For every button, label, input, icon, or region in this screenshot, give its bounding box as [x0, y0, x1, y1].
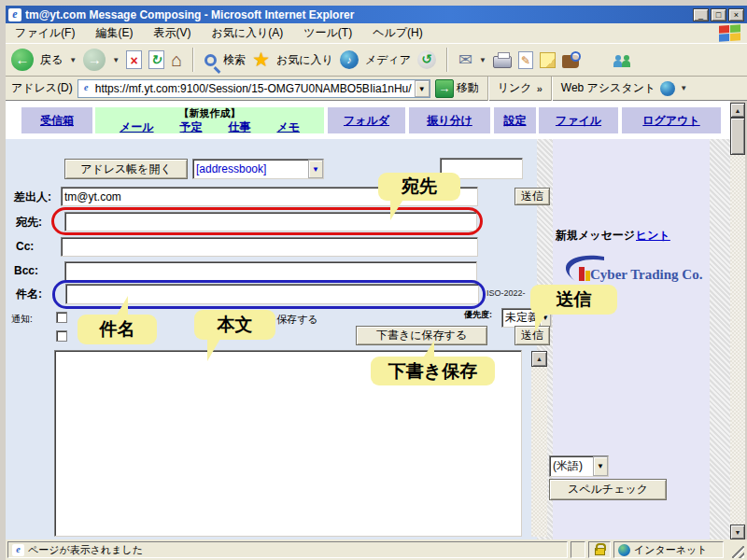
nav-compose-mail[interactable]: メール — [120, 119, 154, 135]
nav-logout[interactable]: ログアウト — [622, 107, 721, 133]
bcc-label: Bcc: — [14, 264, 38, 277]
ssl-lock-icon — [595, 548, 605, 555]
url-input[interactable] — [95, 82, 412, 95]
toolbar-separator — [192, 48, 194, 72]
status-message: ページが表示されました — [28, 543, 143, 557]
home-icon[interactable]: ⌂ — [171, 50, 182, 69]
discuss-icon[interactable] — [562, 55, 579, 68]
minimize-icon[interactable]: _ — [693, 8, 709, 21]
status-bar: e ページが表示されました インターネット — [6, 539, 747, 560]
nav-settings[interactable]: 設定 — [494, 107, 536, 133]
history-icon[interactable]: ↺ — [417, 50, 436, 69]
select-arrow-icon[interactable]: ▼ — [593, 456, 608, 476]
select-arrow-icon[interactable]: ▼ — [308, 160, 323, 178]
nav-inbox[interactable]: 受信箱 — [21, 107, 92, 133]
nav-files[interactable]: ファイル — [539, 107, 618, 133]
back-dropdown-icon[interactable]: ▼ — [69, 56, 77, 64]
status-page-icon: e — [12, 544, 24, 556]
callout-send-tail — [535, 312, 547, 332]
messenger-icon[interactable] — [612, 50, 634, 69]
web-assistant-globe-icon[interactable] — [660, 81, 675, 96]
web-assistant-label[interactable]: Web アシスタント — [561, 80, 655, 96]
callout-body-tail — [207, 337, 221, 361]
maximize-icon[interactable]: □ — [711, 8, 726, 21]
stop-icon[interactable]: × — [126, 50, 142, 69]
page-icon: e — [80, 82, 92, 94]
new-message-label: 新規メッセージ — [556, 228, 635, 244]
menu-bar: ファイル(F) 編集(E) 表示(V) お気に入り(A) ツール(T) ヘルプ(… — [6, 23, 747, 44]
nav-compose-memo[interactable]: メモ — [276, 119, 300, 135]
menu-view[interactable]: 表示(V) — [153, 25, 190, 41]
sticky-note-icon[interactable] — [540, 52, 556, 68]
from-label: 差出人: — [14, 189, 51, 205]
back-label[interactable]: 戻る — [40, 52, 63, 68]
cc-input[interactable] — [61, 237, 478, 257]
search-icon[interactable] — [204, 54, 217, 66]
media-label[interactable]: メディア — [365, 52, 411, 68]
status-security-cell — [588, 541, 611, 558]
page-scroll-up-icon[interactable]: ▲ — [730, 103, 745, 118]
print-icon[interactable] — [493, 56, 512, 68]
forward-icon[interactable]: → — [83, 49, 106, 71]
notify-checkbox-2[interactable] — [56, 330, 67, 342]
send-button-top[interactable]: 送信 — [514, 188, 550, 205]
nav-compose-schedule[interactable]: 予定 — [180, 119, 203, 135]
refresh-icon[interactable]: ↻ — [148, 50, 164, 69]
page-scrollbar-thumb[interactable] — [730, 118, 745, 155]
windows-logo-icon — [719, 24, 741, 42]
textarea-scrollbar-track[interactable] — [531, 367, 547, 537]
links-chevron-icon[interactable]: » — [537, 83, 543, 94]
callout-subject: 件名 — [78, 315, 157, 344]
spellcheck-button[interactable]: スペルチェック — [549, 479, 667, 500]
menu-edit[interactable]: 編集(E) — [95, 25, 133, 41]
open-addressbook-button[interactable]: アドレス帳を開く — [64, 159, 188, 179]
page-scroll-down-icon[interactable]: ▼ — [730, 525, 745, 539]
nav-folders[interactable]: フォルダ — [328, 107, 405, 133]
favorites-label[interactable]: お気に入り — [276, 52, 333, 68]
textarea-scroll-up-icon[interactable]: ▲ — [531, 351, 547, 367]
forward-dropdown-icon[interactable]: ▼ — [112, 56, 120, 64]
address-bar: アドレス(D) e ▼ → 移動 リンク » Web アシスタント ▼ — [6, 77, 747, 101]
go-button[interactable]: → 移動 — [435, 79, 479, 98]
cc-label: Cc: — [16, 240, 34, 253]
callout-body: 本文 — [194, 310, 275, 340]
status-zone-cell: インターネット — [613, 541, 724, 558]
nav-compose-task[interactable]: 仕事 — [228, 119, 250, 135]
search-label[interactable]: 検索 — [223, 52, 246, 68]
media-icon[interactable]: ♪ — [340, 50, 359, 69]
bcc-input[interactable] — [64, 261, 477, 281]
browser-window: e tm@yt.com Message Composing - Microsof… — [0, 0, 747, 560]
close-icon[interactable]: × — [728, 8, 744, 21]
address-separator — [551, 77, 553, 101]
internet-zone-icon — [618, 544, 630, 556]
ie-logo-icon: e — [8, 8, 21, 21]
menu-tools[interactable]: ツール(T) — [303, 25, 352, 41]
callout-save-draft: 下書き保存 — [371, 357, 495, 385]
mail-icon[interactable]: ✉ — [458, 49, 472, 70]
nav-compose-group: 【新規作成】 メール 予定 仕事 メモ — [95, 107, 324, 133]
to-field-red-annotation — [51, 207, 483, 235]
edit-icon[interactable]: ✎ — [518, 51, 533, 69]
status-empty-cell — [571, 541, 585, 558]
browser-toolbar: ← 戻る ▼ → ▼ × ↻ ⌂ 検索 ★ お気に入り ♪ メディア ↺ ✉ ▼… — [6, 44, 747, 77]
page-texture — [710, 139, 730, 539]
hint-link[interactable]: ヒント — [636, 228, 670, 244]
web-assistant-dropdown-icon[interactable]: ▼ — [680, 84, 687, 92]
addressbook-select[interactable]: [addressbook]▼ — [192, 159, 324, 179]
links-label[interactable]: リンク — [498, 80, 532, 96]
url-dropdown-icon[interactable]: ▼ — [415, 80, 430, 97]
menu-file[interactable]: ファイル(F) — [15, 25, 75, 41]
nav-compose-header: 【新規作成】 — [95, 107, 324, 119]
notify-label: 通知: — [11, 313, 33, 326]
menu-favorites[interactable]: お気に入り(A) — [211, 25, 283, 41]
mail-dropdown-icon[interactable]: ▼ — [479, 56, 486, 64]
resize-grip[interactable] — [732, 546, 744, 558]
to-label: 宛先: — [16, 215, 42, 231]
spellcheck-language-select[interactable]: (米語)▼ — [549, 455, 609, 477]
favorites-star-icon[interactable]: ★ — [252, 50, 270, 69]
menu-help[interactable]: ヘルプ(H) — [373, 25, 423, 41]
back-icon[interactable]: ← — [11, 49, 34, 71]
notify-checkbox-1[interactable] — [56, 312, 67, 323]
page-scrollbar-track[interactable] — [730, 155, 745, 525]
nav-filters[interactable]: 振り分け — [409, 107, 490, 133]
